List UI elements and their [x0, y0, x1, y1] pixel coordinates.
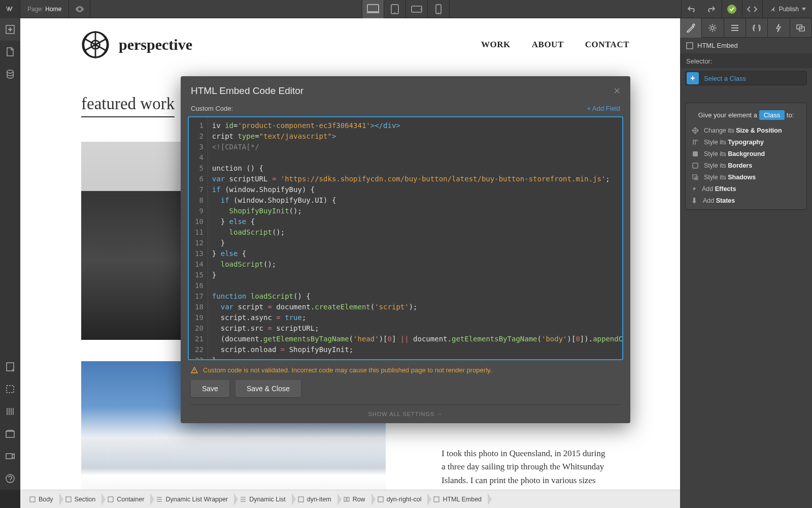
svg-rect-28 [108, 497, 113, 502]
grid-button[interactable] [0, 400, 20, 423]
svg-rect-25 [694, 176, 698, 180]
modal-title: HTML Embed Code Editor [191, 85, 303, 97]
warning-text: Custom code is not validated. Incorrect … [203, 366, 492, 374]
selector-label: Selector: [680, 53, 812, 68]
help-button[interactable] [0, 467, 20, 490]
topbar-left: Page: Home [0, 0, 90, 18]
class-hints-heading: Give your element a Class to: [692, 110, 800, 120]
featured-heading: featured work [81, 94, 175, 117]
class-selector[interactable]: + Select a Class [685, 71, 807, 85]
svg-rect-1 [366, 12, 380, 13]
tab-assets[interactable] [790, 18, 812, 38]
status-check[interactable] [722, 0, 742, 18]
device-tablet[interactable] [384, 0, 406, 18]
hint-size-position: Change its Size & Position [692, 127, 800, 134]
modal-close-button[interactable]: × [614, 84, 620, 98]
svg-rect-29 [298, 497, 303, 502]
top-toolbar: Page: Home Publish [0, 0, 812, 18]
bc-dl[interactable]: Dynamic List [235, 493, 293, 505]
publish-button[interactable]: Publish [762, 0, 812, 18]
work-caption: I took this photo in Queensland, in 2015… [442, 447, 609, 490]
device-phone-landscape[interactable] [405, 0, 428, 18]
add-field-button[interactable]: + Add Field [587, 105, 620, 112]
bc-dyn-item[interactable]: dyn-item [293, 493, 339, 505]
page-label-text: Page: [27, 6, 43, 13]
bc-row[interactable]: Row [339, 493, 373, 505]
bc-body[interactable]: Body [24, 493, 60, 505]
svg-rect-26 [30, 497, 35, 502]
page-selector[interactable]: Page: Home [20, 0, 69, 18]
bc-dlw[interactable]: Dynamic List Wrapper [151, 493, 235, 505]
svg-rect-30 [344, 497, 346, 501]
svg-rect-14 [6, 454, 12, 459]
topbar-right: Publish [681, 0, 812, 18]
svg-point-10 [7, 70, 13, 73]
right-panel-tabs [680, 18, 812, 38]
page-name: Home [45, 6, 61, 13]
video-button[interactable] [0, 445, 20, 467]
validation-warning: Custom code is not validated. Incorrect … [181, 360, 630, 380]
bc-section[interactable]: Section [60, 493, 103, 505]
add-element-button[interactable] [0, 18, 20, 41]
svg-rect-12 [7, 386, 14, 393]
right-panel: HTML Embed Selector: + Select a Class Gi… [680, 18, 812, 508]
hint-effects: Add Effects [692, 185, 800, 193]
nav-about[interactable]: ABOUT [532, 40, 564, 50]
code-content[interactable]: iv id='product-component-ec3f3064341'></… [208, 117, 622, 360]
tab-navigator[interactable] [724, 18, 746, 38]
webflow-logo[interactable] [0, 0, 20, 18]
svg-rect-21 [687, 43, 693, 49]
svg-rect-32 [378, 497, 383, 502]
svg-rect-33 [434, 497, 439, 502]
redo-button[interactable] [701, 0, 722, 18]
custom-code-label: Custom Code: [191, 105, 233, 112]
svg-point-7 [438, 12, 439, 13]
hint-typography: Style its Typography [692, 139, 800, 146]
class-hints-card: Give your element a Class to: Change its… [685, 103, 807, 210]
nav-work[interactable]: WORK [481, 40, 511, 50]
brand-name: perspective [119, 36, 192, 53]
save-close-button[interactable]: Save & Close [235, 380, 301, 397]
bc-drc[interactable]: dyn-right-col [373, 493, 429, 505]
code-editor[interactable]: 1234567891011121314151617181920212223 iv… [188, 116, 623, 360]
preview-button[interactable] [69, 0, 90, 18]
tab-style[interactable] [680, 18, 702, 38]
hint-borders: Style its Borders [692, 162, 800, 169]
svg-point-18 [711, 26, 714, 29]
bc-embed[interactable]: HTML Embed [428, 493, 489, 505]
show-all-settings[interactable]: SHOW ALL SETTINGS [191, 404, 620, 423]
nav-contact[interactable]: CONTACT [585, 40, 629, 50]
device-desktop[interactable] [362, 0, 384, 18]
undo-button[interactable] [681, 0, 701, 18]
hint-shadows: Style its Shadows [692, 174, 800, 181]
add-class-icon[interactable]: + [687, 72, 699, 84]
select-class-placeholder: Select a Class [704, 75, 746, 82]
navigator-button[interactable] [0, 356, 20, 378]
device-switcher [362, 0, 450, 18]
pages-button[interactable] [0, 41, 20, 63]
cms-button[interactable] [0, 63, 20, 85]
svg-rect-23 [693, 163, 698, 168]
code-view-button[interactable] [742, 0, 762, 18]
tab-interactions[interactable] [768, 18, 790, 38]
svg-point-3 [394, 12, 395, 13]
svg-point-8 [727, 5, 736, 14]
hint-background: Style its Background [692, 150, 800, 157]
save-button[interactable]: Save [191, 380, 229, 397]
main-nav: WORK ABOUT CONTACT [481, 40, 629, 50]
select-button[interactable] [0, 378, 20, 400]
tab-settings[interactable] [702, 18, 724, 38]
assets-button[interactable] [0, 423, 20, 445]
device-phone[interactable] [427, 0, 450, 18]
selected-element-label: HTML Embed [680, 38, 812, 53]
svg-rect-13 [6, 431, 14, 437]
hint-states: Add States [692, 197, 800, 204]
left-toolbar [0, 18, 20, 490]
svg-rect-22 [693, 151, 698, 156]
svg-rect-0 [367, 5, 379, 12]
bc-container[interactable]: Container [103, 493, 151, 505]
html-embed-modal: HTML Embed Code Editor × Custom Code: + … [181, 76, 630, 423]
brand: perspective [81, 30, 192, 59]
publish-label: Publish [779, 6, 799, 13]
tab-styles-manager[interactable] [746, 18, 768, 38]
